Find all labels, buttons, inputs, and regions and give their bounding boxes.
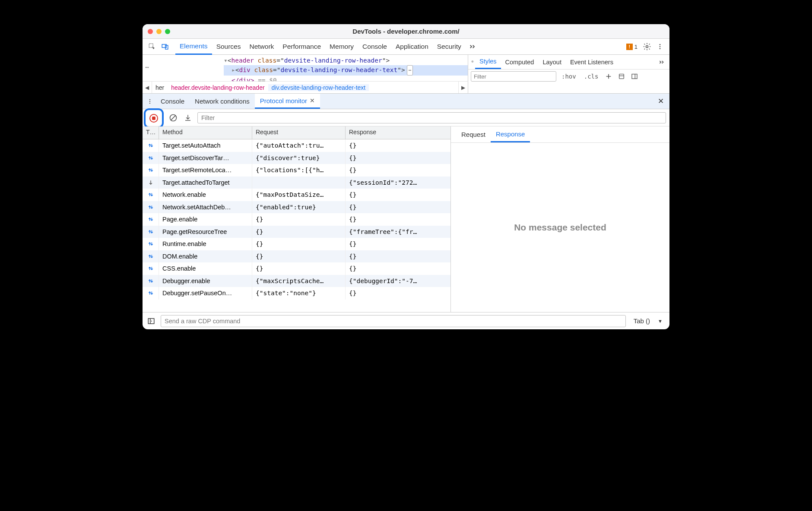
toggle-sidebar-icon[interactable] — [629, 71, 640, 82]
issues-badge[interactable]: ! 1 — [624, 44, 640, 50]
dom-tree[interactable]: ⋯ ▾<header class="devsite-landing-row-he… — [143, 55, 468, 81]
cell-request: {"maxPostDataSize… — [252, 189, 346, 201]
table-row[interactable]: Page.enable{}{} — [143, 213, 450, 226]
tab-network[interactable]: Network — [245, 39, 279, 54]
elements-panel: ⋯ ▾<header class="devsite-landing-row-he… — [143, 55, 669, 94]
dom-line[interactable]: ▾<header class="devsite-landing-row-head… — [224, 56, 468, 65]
settings-icon[interactable] — [641, 41, 653, 53]
tab-elements[interactable]: Elements — [175, 39, 212, 55]
breadcrumb-scroll-right-icon[interactable]: ▶ — [458, 82, 468, 93]
drawer-tab-network-conditions[interactable]: Network conditions — [190, 94, 255, 109]
svg-point-3 — [646, 46, 648, 48]
inspect-element-icon[interactable] — [146, 41, 158, 53]
styles-filter-input[interactable] — [471, 71, 556, 82]
col-header-response[interactable]: Response — [346, 126, 450, 139]
tab-application[interactable]: Application — [391, 39, 433, 54]
cell-response: {"sessionId":"272… — [346, 177, 450, 189]
cdp-target-label: Tab () — [634, 317, 650, 325]
svg-point-6 — [660, 48, 661, 49]
more-tabs-icon[interactable] — [466, 41, 479, 53]
table-row[interactable]: Target.setAutoAttach{"autoAttach":tru…{} — [143, 139, 450, 152]
table-row[interactable]: Runtime.enable{}{} — [143, 238, 450, 250]
device-toolbar-icon[interactable] — [159, 41, 171, 53]
dom-line-selected[interactable]: ▸<div class="devsite-landing-row-header-… — [224, 65, 468, 76]
breadcrumb-item[interactable]: header.devsite-landing-row-header — [168, 84, 268, 91]
breadcrumb-item[interactable]: her — [152, 84, 168, 91]
cell-response: {} — [346, 287, 450, 300]
more-style-tabs-icon[interactable] — [656, 56, 668, 68]
cls-button[interactable]: .cls — [581, 73, 601, 80]
cdp-command-input[interactable] — [161, 315, 626, 327]
minimize-window-button[interactable] — [156, 29, 162, 34]
drawer-tab-console[interactable]: Console — [155, 94, 190, 109]
tab-performance[interactable]: Performance — [278, 39, 325, 54]
table-row[interactable]: Network.enable{"maxPostDataSize…{} — [143, 189, 450, 201]
protocol-monitor-toolbar — [143, 109, 669, 126]
cell-method: Debugger.setPauseOn… — [159, 287, 252, 300]
cell-request: {"maxScriptsCache… — [252, 275, 346, 287]
traffic-lights — [148, 29, 170, 34]
hov-button[interactable]: :hov — [559, 73, 579, 80]
col-header-request[interactable]: Request — [252, 126, 346, 139]
cell-request: {} — [252, 262, 346, 275]
table-row[interactable]: Target.setRemoteLoca…{"locations":[{"h…{… — [143, 164, 450, 177]
dom-gutter-ellipsis-icon[interactable]: ⋯ — [145, 63, 149, 71]
cell-request: {} — [252, 226, 346, 238]
drawer-more-icon[interactable] — [145, 95, 155, 107]
protocol-detail-pane: RequestResponse No message selected — [451, 126, 669, 312]
styles-tab-layout[interactable]: Layout — [538, 55, 566, 69]
cell-response: {} — [346, 164, 450, 177]
tab-sources[interactable]: Sources — [212, 39, 245, 54]
table-header-row: T… Method Request Response — [143, 126, 450, 139]
col-header-type[interactable]: T… — [143, 126, 159, 139]
table-row[interactable]: Debugger.enable{"maxScriptsCache…{"debug… — [143, 275, 450, 287]
tab-console[interactable]: Console — [358, 39, 391, 54]
issues-count: 1 — [634, 44, 638, 50]
toggle-command-editor-icon[interactable] — [146, 316, 156, 326]
cell-method: Runtime.enable — [159, 238, 252, 250]
detail-tab-request[interactable]: Request — [456, 126, 491, 142]
cdp-target-selector[interactable]: Tab () ▼ — [630, 317, 666, 325]
expand-ellipsis-icon[interactable]: ⋯ — [407, 65, 413, 76]
styles-tab-computed[interactable]: Computed — [501, 55, 539, 69]
table-row[interactable]: Target.setDiscoverTar…{"discover":true}{… — [143, 152, 450, 164]
breadcrumb-item-selected[interactable]: div.devsite-landing-row-header-text — [268, 84, 369, 91]
dom-line[interactable]: </div> == $0 — [224, 76, 468, 81]
drawer-tab-protocol-monitor[interactable]: Protocol monitor✕ — [255, 94, 320, 109]
styles-tab-styles[interactable]: Styles — [475, 55, 501, 69]
tab-memory[interactable]: Memory — [325, 39, 358, 54]
cell-method: Target.attachedToTarget — [159, 177, 252, 189]
protocol-filter-input[interactable] — [197, 112, 666, 123]
table-row[interactable]: Debugger.setPauseOn…{"state":"none"}{} — [143, 287, 450, 300]
table-row[interactable]: CSS.enable{}{} — [143, 262, 450, 275]
more-options-icon[interactable] — [654, 41, 666, 53]
detail-tab-response[interactable]: Response — [491, 126, 530, 142]
tab-security[interactable]: Security — [433, 39, 466, 54]
table-row[interactable]: Target.attachedToTarget{"sessionId":"272… — [143, 177, 450, 189]
styles-tab-event-listeners[interactable]: Event Listeners — [566, 55, 618, 69]
save-button[interactable] — [183, 113, 193, 123]
record-button[interactable] — [149, 114, 158, 123]
close-window-button[interactable] — [148, 29, 153, 34]
cell-method: Network.enable — [159, 189, 252, 201]
protocol-messages-table: T… Method Request Response Target.setAut… — [143, 126, 451, 312]
direction-icon — [143, 189, 159, 201]
new-style-rule-icon[interactable] — [603, 71, 614, 82]
svg-point-9 — [149, 99, 150, 100]
cell-request: {} — [252, 238, 346, 250]
table-row[interactable]: DOM.enable{}{} — [143, 250, 450, 263]
dropdown-icon: ▼ — [658, 319, 663, 324]
close-tab-icon[interactable]: ✕ — [310, 97, 315, 104]
table-row[interactable]: Network.setAttachDeb…{"enabled":true}{} — [143, 201, 450, 214]
close-drawer-icon[interactable]: ✕ — [655, 95, 667, 107]
table-row[interactable]: Page.getResourceTree{}{"frameTree":{"fr… — [143, 226, 450, 238]
direction-icon — [143, 139, 159, 152]
zoom-window-button[interactable] — [165, 29, 170, 34]
col-header-method[interactable]: Method — [159, 126, 252, 139]
svg-rect-7 — [619, 74, 624, 79]
direction-icon — [143, 177, 159, 189]
computed-styles-icon[interactable] — [616, 71, 627, 82]
breadcrumb-scroll-left-icon[interactable]: ◀ — [143, 82, 152, 93]
clear-button[interactable] — [168, 113, 178, 123]
drawer-tab-label: Console — [161, 98, 184, 105]
